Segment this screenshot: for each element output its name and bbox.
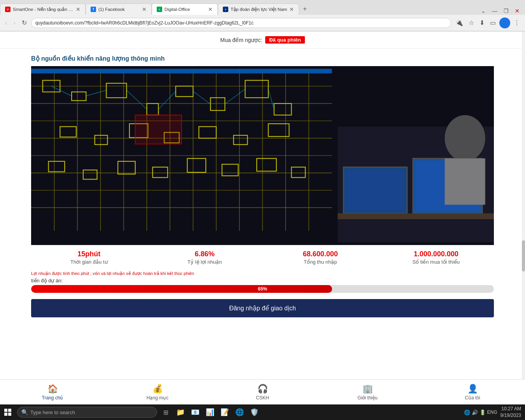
tab-digital-office[interactable]: + Digital-Office ✕ — [152, 4, 218, 15]
product-title: Bộ nguồn điều khiển năng lượng thông min… — [31, 55, 494, 62]
tab-close-4[interactable]: ✕ — [289, 6, 294, 12]
word-icon: 📝 — [220, 408, 229, 416]
tray-time: 10:27 AM 9/19/2023 — [500, 406, 521, 419]
refresh-button[interactable]: ↻ — [20, 18, 29, 27]
login-button[interactable]: Đăng nhập để giao dịch — [31, 299, 494, 317]
tray-clock: 10:27 AM — [500, 406, 521, 412]
address-input[interactable] — [31, 18, 451, 28]
stat-label-time: Thời gian đầu tư — [31, 259, 147, 265]
taskbar: 🔍 Type here to search ⊞ 📁 📧 📊 📝 🌐 🛡️ 🌐 🔊 — [0, 404, 525, 420]
minimize-button[interactable]: — — [490, 7, 500, 15]
tray-language[interactable]: ENG — [487, 410, 497, 415]
stats-row: 15phút Thời gian đầu tư 6.86% Tỷ lệ lợi … — [31, 245, 494, 270]
nav-label-profile: Của tôi — [465, 395, 480, 401]
tray-date: 9/19/2023 — [500, 412, 521, 419]
nav-label-home: Trang chủ — [42, 395, 63, 401]
taskbar-excel[interactable]: 📊 — [203, 405, 217, 419]
taskbar-taskview[interactable]: ⊞ — [159, 405, 173, 419]
page-content: Mua đếm ngược: Đã qua phiên Bộ nguồn điề… — [0, 32, 525, 380]
explorer-icon: 📁 — [176, 408, 185, 416]
stat-min-amount: 1.000.000.000 Số tiền mua tối thiểu — [378, 250, 494, 265]
tab-smartone[interactable]: V SmartOne - Nền tảng quản lý tà... ✕ — [0, 4, 86, 15]
taskbar-word[interactable]: 📝 — [218, 405, 232, 419]
stat-label-profit: Tỷ lệ lợi nhuận — [147, 259, 263, 265]
nav-item-about[interactable]: 🏢 Giới thiệu — [315, 380, 420, 404]
nav-item-profile[interactable]: 👤 Của tôi — [420, 380, 525, 404]
nav-label-support: CSKH — [256, 395, 269, 401]
maximize-button[interactable]: ❐ — [501, 7, 511, 15]
tab-facebook[interactable]: f (1) Facebook ✕ — [86, 4, 152, 15]
countdown-badge: Đã qua phiên — [265, 36, 305, 44]
tab-title-3: Digital-Office — [164, 7, 206, 12]
nav-item-catalog[interactable]: 💰 Hạng mục — [105, 380, 210, 404]
address-bar-row: ‹ › ↻ 🔌 ☆ ⬇ ▭ 👤 ⋮ — [0, 15, 525, 31]
support-icon: 🎧 — [257, 384, 268, 394]
svg-point-58 — [445, 115, 485, 161]
start-button[interactable] — [0, 404, 16, 420]
progress-label: tiến độ dự án: — [31, 278, 494, 284]
toolbar-icons: 🔌 ☆ ⬇ ▭ 👤 ⋮ — [453, 18, 522, 28]
stat-value-min: 1.000.000.000 — [378, 250, 494, 258]
bookmark-button[interactable]: ☆ — [467, 18, 476, 28]
nav-item-support[interactable]: 🎧 CSKH — [210, 380, 315, 404]
back-button[interactable]: ‹ — [3, 19, 9, 27]
progress-bar-bg: 65% — [31, 285, 494, 293]
tab-evn[interactable]: + Tập đoàn điện lực Việt Nam ✕ — [218, 4, 299, 15]
svg-rect-52 — [31, 69, 332, 74]
home-icon: 🏠 — [47, 384, 58, 394]
stat-value-profit: 6.86% — [147, 250, 263, 258]
excel-icon: 📊 — [206, 408, 214, 416]
tab-close-1[interactable]: ✕ — [76, 6, 80, 12]
windows-icon — [4, 409, 11, 416]
tray-network-icon[interactable]: 🌐 — [464, 410, 470, 415]
circuit-svg — [31, 66, 494, 245]
tab-title-4: Tập đoàn điện lực Việt Nam — [231, 7, 287, 12]
close-button[interactable]: ✕ — [513, 7, 522, 15]
app7-icon: 🛡️ — [250, 408, 259, 416]
taskbar-outlook[interactable]: 📧 — [188, 405, 202, 419]
scrollbar[interactable] — [522, 32, 525, 380]
stat-value-time: 15phút — [31, 250, 147, 258]
auction-header: Mua đếm ngược: Đã qua phiên — [0, 32, 525, 49]
download-button[interactable]: ⬇ — [478, 18, 486, 28]
window-controls: ⌄ — ❐ ✕ — [479, 7, 525, 15]
stat-time: 15phút Thời gian đầu tư — [31, 250, 147, 265]
progress-bar-fill — [31, 285, 332, 293]
tray-volume-icon[interactable]: 🔊 — [472, 410, 478, 415]
tab-bar: V SmartOne - Nền tảng quản lý tà... ✕ f … — [0, 0, 525, 15]
stat-label-income: Tổng thu nhập — [262, 259, 378, 265]
progress-section: tiến độ dự án: 65% — [31, 278, 494, 296]
window-collapse-button[interactable]: ⌄ — [479, 7, 488, 15]
browser-chrome: V SmartOne - Nền tảng quản lý tà... ✕ f … — [0, 0, 525, 32]
building-icon: 🏢 — [362, 384, 373, 394]
stat-value-income: 68.600.000 — [262, 250, 378, 258]
product-section: Bộ nguồn điều khiển năng lượng thông min… — [0, 49, 525, 317]
product-image — [31, 66, 494, 245]
tab-favicon-1: V — [5, 7, 10, 12]
taskbar-search[interactable]: 🔍 Type here to search — [17, 407, 157, 418]
forward-button[interactable]: › — [11, 19, 17, 27]
tab-title-1: SmartOne - Nền tảng quản lý tà... — [13, 7, 74, 12]
tab-title-2: (1) Facebook — [98, 7, 140, 12]
scrollbar-thumb[interactable] — [522, 240, 525, 271]
new-tab-button[interactable]: + — [299, 3, 310, 15]
outlook-icon: 📧 — [191, 408, 200, 416]
profile-avatar[interactable]: 👤 — [499, 18, 510, 28]
tab-favicon-2: f — [91, 7, 96, 12]
tab-close-2[interactable]: ✕ — [142, 6, 147, 12]
extensions-button[interactable]: 🔌 — [453, 18, 465, 28]
tray-battery-icon[interactable]: 🔋 — [480, 410, 486, 415]
taskbar-chrome[interactable]: 🌐 — [233, 405, 247, 419]
nav-item-home[interactable]: 🏠 Trang chủ — [0, 380, 105, 404]
tab-close-3[interactable]: ✕ — [208, 6, 213, 12]
taskbar-explorer[interactable]: 📁 — [173, 405, 187, 419]
sidebar-button[interactable]: ▭ — [488, 18, 498, 28]
taskbar-app7[interactable]: 🛡️ — [247, 405, 261, 419]
svg-rect-59 — [445, 158, 485, 205]
taskbar-tray: 🌐 🔊 🔋 ENG 10:27 AM 9/19/2023 — [464, 406, 525, 419]
progress-percent: 65% — [258, 286, 267, 292]
nav-label-catalog: Hạng mục — [147, 395, 168, 401]
stat-income: 68.600.000 Tổng thu nhập — [262, 250, 378, 265]
note-text: Lợi nhuận được tính theo phút , vốn và l… — [31, 270, 494, 278]
menu-button[interactable]: ⋮ — [512, 18, 522, 28]
